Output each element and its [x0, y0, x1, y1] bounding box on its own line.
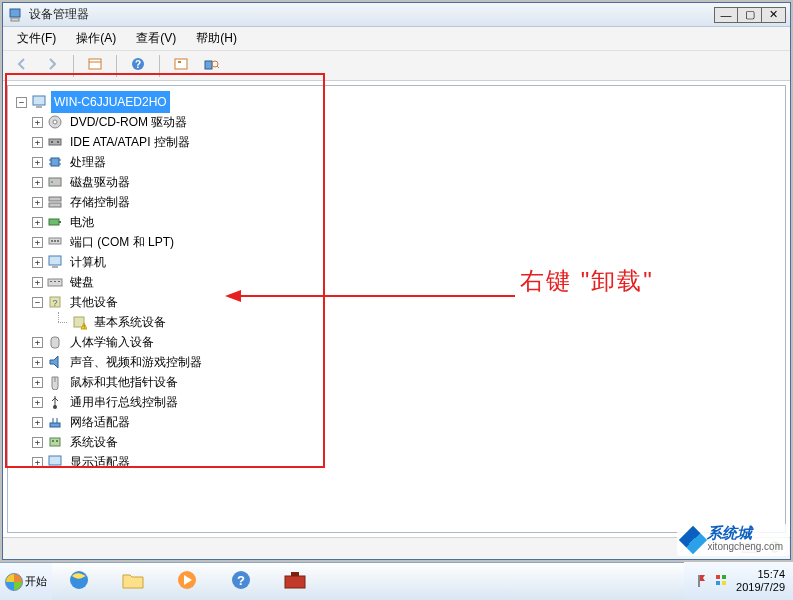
- expand-icon[interactable]: +: [32, 117, 43, 128]
- taskbar-help[interactable]: ?: [215, 566, 267, 598]
- expand-icon[interactable]: +: [32, 337, 43, 348]
- collapse-icon[interactable]: −: [32, 297, 43, 308]
- arrow-right-icon: [44, 56, 60, 75]
- tree-item-label[interactable]: 鼠标和其他指针设备: [67, 371, 181, 393]
- tray-security-icon[interactable]: [714, 573, 728, 590]
- toolbox-icon: [283, 570, 307, 593]
- maximize-button[interactable]: ▢: [738, 7, 762, 23]
- close-button[interactable]: ✕: [762, 7, 786, 23]
- expand-icon[interactable]: +: [32, 417, 43, 428]
- toolbar-help-button[interactable]: ?: [125, 54, 151, 78]
- expand-icon[interactable]: +: [32, 397, 43, 408]
- start-button[interactable]: 开始: [0, 563, 52, 601]
- tree-item-label[interactable]: IDE ATA/ATAPI 控制器: [67, 131, 193, 153]
- taskbar-media-player[interactable]: [161, 566, 213, 598]
- tree-item-label[interactable]: 系统设备: [67, 431, 121, 453]
- expand-icon[interactable]: +: [32, 457, 43, 468]
- tree-root-row[interactable]: − WIN-C6JJUAED2HO: [12, 92, 781, 112]
- expand-icon[interactable]: +: [32, 157, 43, 168]
- svg-rect-68: [716, 575, 720, 579]
- expand-icon[interactable]: +: [32, 197, 43, 208]
- toolbar-properties-button[interactable]: [82, 54, 108, 78]
- tree-child-item[interactable]: !基本系统设备: [12, 312, 781, 332]
- taskbar-ie[interactable]: [53, 566, 105, 598]
- tree-item[interactable]: +DVD/CD-ROM 驱动器: [12, 112, 781, 132]
- tray-flag-icon[interactable]: [692, 573, 706, 590]
- expand-icon[interactable]: +: [32, 177, 43, 188]
- svg-text:?: ?: [52, 298, 57, 308]
- start-label: 开始: [25, 574, 47, 589]
- svg-rect-26: [49, 203, 61, 207]
- expand-icon[interactable]: +: [32, 377, 43, 388]
- tree-item[interactable]: +端口 (COM 和 LPT): [12, 232, 781, 252]
- collapse-icon[interactable]: −: [16, 97, 27, 108]
- taskbar-toolbox[interactable]: [269, 566, 321, 598]
- tree-item[interactable]: +计算机: [12, 252, 781, 272]
- tree-item-label[interactable]: 键盘: [67, 271, 97, 293]
- expand-icon[interactable]: +: [32, 277, 43, 288]
- tree-item[interactable]: +鼠标和其他指针设备: [12, 372, 781, 392]
- tree-item-label[interactable]: 处理器: [67, 151, 109, 173]
- tray-clock[interactable]: 15:74 2019/7/29: [736, 568, 785, 594]
- port-icon: [47, 234, 63, 250]
- tree-item-label[interactable]: DVD/CD-ROM 驱动器: [67, 111, 190, 133]
- expand-icon[interactable]: +: [32, 437, 43, 448]
- tree-item-label[interactable]: 人体学输入设备: [67, 331, 157, 353]
- menu-help[interactable]: 帮助(H): [186, 27, 247, 50]
- svg-rect-54: [49, 456, 61, 465]
- tree-item-label[interactable]: 电池: [67, 211, 97, 233]
- system-tray[interactable]: 15:74 2019/7/29: [684, 562, 793, 600]
- svg-point-17: [57, 141, 59, 143]
- toolbar-separator: [73, 55, 74, 77]
- tree-item-label[interactable]: 存储控制器: [67, 191, 133, 213]
- tree-item-label[interactable]: 磁盘驱动器: [67, 171, 133, 193]
- svg-rect-6: [175, 59, 187, 69]
- tree-item-label[interactable]: 通用串行总线控制器: [67, 391, 181, 413]
- taskbar[interactable]: 开始 ? 15:74 2019/7/29: [0, 562, 793, 600]
- toolbar-scan-button[interactable]: [168, 54, 194, 78]
- tree-item-label[interactable]: 计算机: [67, 251, 109, 273]
- tree-item-label[interactable]: 显示适配器: [67, 451, 133, 473]
- tree-item[interactable]: +存储控制器: [12, 192, 781, 212]
- tree-item-label[interactable]: 基本系统设备: [91, 311, 169, 333]
- expand-icon[interactable]: +: [32, 137, 43, 148]
- tree-item[interactable]: +系统设备: [12, 432, 781, 452]
- tree-item[interactable]: +键盘: [12, 272, 781, 292]
- tree-item-label[interactable]: 网络适配器: [67, 411, 133, 433]
- tree-item[interactable]: +通用串行总线控制器: [12, 392, 781, 412]
- ie-icon: [67, 568, 91, 595]
- tree-item[interactable]: +磁盘驱动器: [12, 172, 781, 192]
- content-pane[interactable]: − WIN-C6JJUAED2HO +DVD/CD-ROM 驱动器+IDE AT…: [7, 85, 786, 533]
- tree-item[interactable]: +处理器: [12, 152, 781, 172]
- svg-rect-0: [10, 9, 20, 17]
- tree-item-label[interactable]: 其他设备: [67, 291, 121, 313]
- svg-rect-27: [49, 219, 59, 225]
- tree-item-label[interactable]: 端口 (COM 和 LPT): [67, 231, 177, 253]
- tree-root-label[interactable]: WIN-C6JJUAED2HO: [51, 91, 170, 113]
- expand-icon[interactable]: +: [32, 257, 43, 268]
- tree-item-label[interactable]: 声音、视频和游戏控制器: [67, 351, 205, 373]
- tree-item[interactable]: −?其他设备: [12, 292, 781, 312]
- tree-item[interactable]: +IDE ATA/ATAPI 控制器: [12, 132, 781, 152]
- expand-icon[interactable]: +: [32, 217, 43, 228]
- svg-rect-15: [49, 139, 61, 145]
- menu-action[interactable]: 操作(A): [66, 27, 126, 50]
- expand-icon[interactable]: +: [32, 237, 43, 248]
- tree-item[interactable]: +声音、视频和游戏控制器: [12, 352, 781, 372]
- show-hidden-icon: [203, 56, 219, 75]
- menu-view[interactable]: 查看(V): [126, 27, 186, 50]
- taskbar-explorer[interactable]: [107, 566, 159, 598]
- expand-icon[interactable]: +: [32, 357, 43, 368]
- toolbar-show-hidden-button[interactable]: [198, 54, 224, 78]
- system-icon: [47, 434, 63, 450]
- tree-item[interactable]: +电池: [12, 212, 781, 232]
- minimize-button[interactable]: —: [714, 7, 738, 23]
- statusbar-keyboard-icon: [742, 542, 758, 556]
- tree-item[interactable]: +网络适配器: [12, 412, 781, 432]
- tree-item[interactable]: +显示适配器: [12, 452, 781, 472]
- menu-file[interactable]: 文件(F): [7, 27, 66, 50]
- tree-item[interactable]: +人体学输入设备: [12, 332, 781, 352]
- warn-icon: !: [71, 314, 87, 330]
- device-tree[interactable]: − WIN-C6JJUAED2HO +DVD/CD-ROM 驱动器+IDE AT…: [8, 86, 785, 516]
- titlebar[interactable]: 设备管理器 — ▢ ✕: [3, 3, 790, 27]
